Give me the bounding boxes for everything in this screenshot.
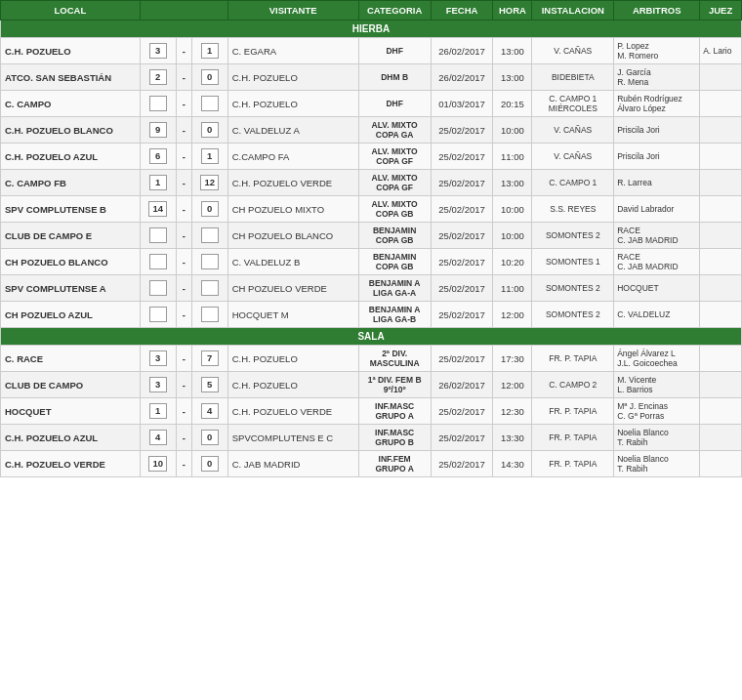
cell-local: C.H. POZUELO AZUL bbox=[1, 144, 141, 170]
cell-instalacion: S.S. REYES bbox=[532, 196, 614, 223]
cell-local: SPV COMPLUTENSE B bbox=[1, 196, 141, 223]
cell-arbitros: Noelia Blanco T. Rabih bbox=[614, 451, 700, 477]
cell-instalacion: FR. P. TAPIA bbox=[532, 425, 614, 451]
cell-juez bbox=[700, 249, 742, 275]
cell-score-separator: - bbox=[176, 346, 191, 372]
cell-juez bbox=[700, 398, 742, 425]
cell-hora: 12:00 bbox=[493, 302, 532, 328]
table-row: SPV COMPLUTENSE B14-0CH POZUELO MIXTOALV… bbox=[1, 196, 742, 223]
cell-arbitros: David Labrador bbox=[614, 196, 700, 223]
table-row: C.H. POZUELO VERDE10-0C. JAB MADRIDINF.F… bbox=[1, 451, 742, 477]
cell-visitor: C.H. POZUELO bbox=[227, 346, 358, 372]
cell-juez bbox=[700, 91, 742, 117]
cell-local: C. CAMPO bbox=[1, 91, 141, 117]
cell-juez bbox=[700, 170, 742, 196]
cell-score-separator: - bbox=[176, 38, 191, 64]
cell-categoria: 2ª DIV. MASCULINA bbox=[358, 346, 431, 372]
table-body: HIERBAC.H. POZUELO3-1C. EGARADHF26/02/20… bbox=[1, 21, 742, 477]
cell-categoria: DHF bbox=[358, 38, 431, 64]
cell-visitor: C.CAMPO FA bbox=[227, 144, 358, 170]
cell-visitor: C.H. POZUELO bbox=[227, 91, 358, 117]
cell-visitor: C.H. POZUELO VERDE bbox=[227, 398, 358, 425]
cell-score-visitor bbox=[191, 91, 227, 117]
cell-fecha: 25/02/2017 bbox=[431, 196, 493, 223]
table-row: CH POZUELO BLANCO - C. VALDELUZ BBENJAMI… bbox=[1, 249, 742, 275]
cell-score-visitor bbox=[191, 302, 227, 328]
cell-visitor: C. VALDELUZ B bbox=[227, 249, 358, 275]
cell-score-separator: - bbox=[176, 223, 191, 249]
table-row: C.H. POZUELO AZUL6-1C.CAMPO FAALV. MIXTO… bbox=[1, 144, 742, 170]
cell-instalacion: FR. P. TAPIA bbox=[532, 398, 614, 425]
cell-instalacion: C. CAMPO 1 bbox=[532, 170, 614, 196]
cell-fecha: 26/02/2017 bbox=[431, 38, 493, 64]
cell-instalacion: FR. P. TAPIA bbox=[532, 346, 614, 372]
cell-visitor: CH POZUELO MIXTO bbox=[227, 196, 358, 223]
cell-score-visitor: 7 bbox=[191, 346, 227, 372]
cell-local: C. RACE bbox=[1, 346, 141, 372]
cell-score-local: 10 bbox=[140, 451, 176, 477]
cell-score-separator: - bbox=[176, 425, 191, 451]
cell-instalacion: SOMONTES 2 bbox=[532, 275, 614, 302]
cell-score-visitor bbox=[191, 249, 227, 275]
cell-categoria: BENJAMIN COPA GB bbox=[358, 249, 431, 275]
cell-local: CH POZUELO AZUL bbox=[1, 302, 141, 328]
cell-score-local: 3 bbox=[140, 346, 176, 372]
cell-categoria: INF.FEM GRUPO A bbox=[358, 451, 431, 477]
cell-arbitros: Noelia Blanco T. Rabih bbox=[614, 425, 700, 451]
cell-fecha: 25/02/2017 bbox=[431, 249, 493, 275]
cell-arbitros: HOCQUET bbox=[614, 275, 700, 302]
cell-score-visitor: 1 bbox=[191, 38, 227, 64]
cell-score-separator: - bbox=[176, 91, 191, 117]
cell-score-separator: - bbox=[176, 249, 191, 275]
cell-juez bbox=[700, 223, 742, 249]
cell-local: HOCQUET bbox=[1, 398, 141, 425]
table-header-row: LOCAL VISITANTE CATEGORIA FECHA HORA INS… bbox=[1, 1, 742, 21]
cell-score-visitor: 4 bbox=[191, 398, 227, 425]
cell-categoria: DHM B bbox=[358, 64, 431, 91]
col-fecha: FECHA bbox=[431, 1, 493, 21]
cell-categoria: BENJAMIN COPA GB bbox=[358, 223, 431, 249]
col-local: LOCAL bbox=[1, 1, 141, 21]
cell-visitor: CH POZUELO VERDE bbox=[227, 275, 358, 302]
cell-score-local: 14 bbox=[140, 196, 176, 223]
cell-visitor: C. VALDELUZ A bbox=[227, 117, 358, 144]
cell-hora: 10:00 bbox=[493, 196, 532, 223]
cell-fecha: 01/03/2017 bbox=[431, 91, 493, 117]
cell-hora: 13:00 bbox=[493, 38, 532, 64]
cell-hora: 13:30 bbox=[493, 425, 532, 451]
cell-score-visitor bbox=[191, 275, 227, 302]
cell-instalacion: FR. P. TAPIA bbox=[532, 451, 614, 477]
cell-score-local: 3 bbox=[140, 372, 176, 398]
cell-fecha: 26/02/2017 bbox=[431, 372, 493, 398]
cell-hora: 12:00 bbox=[493, 372, 532, 398]
cell-instalacion: C. CAMPO 2 bbox=[532, 372, 614, 398]
cell-fecha: 25/02/2017 bbox=[431, 302, 493, 328]
cell-arbitros: RACE C. JAB MADRID bbox=[614, 249, 700, 275]
cell-visitor: C.H. POZUELO bbox=[227, 372, 358, 398]
col-visitor: VISITANTE bbox=[227, 1, 358, 21]
cell-score-separator: - bbox=[176, 64, 191, 91]
cell-hora: 11:00 bbox=[493, 144, 532, 170]
cell-local: CLUB DE CAMPO E bbox=[1, 223, 141, 249]
cell-instalacion: V. CAÑAS bbox=[532, 38, 614, 64]
cell-score-separator: - bbox=[176, 451, 191, 477]
cell-visitor: CH POZUELO BLANCO bbox=[227, 223, 358, 249]
cell-arbitros: RACE C. JAB MADRID bbox=[614, 223, 700, 249]
table-row: CLUB DE CAMPO E - CH POZUELO BLANCOBENJA… bbox=[1, 223, 742, 249]
cell-local: C. CAMPO FB bbox=[1, 170, 141, 196]
cell-categoria: ALV. MIXTO COPA GA bbox=[358, 117, 431, 144]
cell-score-visitor: 0 bbox=[191, 64, 227, 91]
cell-juez bbox=[700, 117, 742, 144]
cell-score-separator: - bbox=[176, 372, 191, 398]
cell-hora: 13:00 bbox=[493, 170, 532, 196]
cell-fecha: 25/02/2017 bbox=[431, 117, 493, 144]
cell-juez bbox=[700, 144, 742, 170]
table-row: SPV COMPLUTENSE A - CH POZUELO VERDEBENJ… bbox=[1, 275, 742, 302]
cell-score-separator: - bbox=[176, 275, 191, 302]
cell-instalacion: BIDEBIETA bbox=[532, 64, 614, 91]
table-row: C. RACE3-7C.H. POZUELO2ª DIV. MASCULINA2… bbox=[1, 346, 742, 372]
cell-score-local: 1 bbox=[140, 398, 176, 425]
cell-local: SPV COMPLUTENSE A bbox=[1, 275, 141, 302]
cell-score-local: 1 bbox=[140, 170, 176, 196]
cell-juez bbox=[700, 64, 742, 91]
